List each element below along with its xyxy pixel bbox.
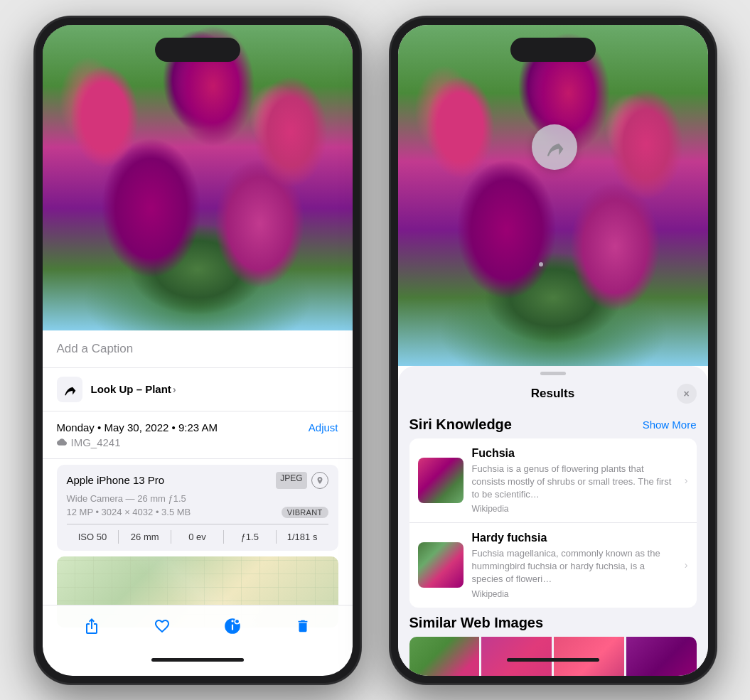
exif-ev: 0 ev <box>171 530 224 544</box>
share-icon <box>83 618 100 635</box>
hardy-fuchsia-description: Fuchsia magellanica, commonly known as t… <box>472 547 676 586</box>
right-flower-image <box>398 25 708 366</box>
adjust-button[interactable]: Adjust <box>309 421 338 434</box>
hardy-fuchsia-info: Hardy fuchsia Fuchsia magellanica, commo… <box>472 532 676 599</box>
trash-icon <box>295 618 311 635</box>
flower-image <box>43 25 353 330</box>
dynamic-island <box>155 38 240 62</box>
delete-button[interactable] <box>287 610 318 642</box>
web-image-3[interactable] <box>554 637 624 676</box>
web-image-2[interactable] <box>481 637 552 676</box>
web-image-4[interactable] <box>626 637 697 676</box>
similar-web-header: Similar Web Images <box>409 615 697 631</box>
web-images-grid <box>409 637 697 676</box>
home-indicator <box>151 658 244 662</box>
similar-web-title: Similar Web Images <box>409 615 544 631</box>
results-header: Results × <box>398 375 708 409</box>
knowledge-card: Fuchsia Fuchsia is a genus of flowering … <box>409 438 697 608</box>
date-text: Monday • May 30, 2022 • 9:23 AM <box>57 421 218 434</box>
hardy-fuchsia-thumbnail <box>418 542 464 588</box>
fuchsia-chevron: › <box>685 475 688 486</box>
siri-knowledge-header: Siri Knowledge Show More <box>409 416 697 433</box>
metadata-section: Monday • May 30, 2022 • 9:23 AM Adjust I… <box>43 411 353 459</box>
fuchsia-title: Fuchsia <box>472 447 676 460</box>
siri-visual-badge <box>532 124 577 170</box>
siri-dot <box>539 262 543 266</box>
right-home-indicator <box>507 658 599 662</box>
exif-row: ISO 50 26 mm 0 ev ƒ1.5 1/181 s <box>67 524 328 544</box>
resolution-text: 12 MP • 3024 × 4032 • 3.5 MB <box>67 507 191 517</box>
look-up-chevron: › <box>173 383 176 395</box>
device-name: Apple iPhone 13 Pro <box>67 474 165 486</box>
siri-knowledge-title: Siri Knowledge <box>409 416 512 433</box>
format-badge: JPEG <box>276 472 306 489</box>
phones-container: Add a Caption Look Up – Plant› Monday • … <box>20 2 731 699</box>
look-up-label[interactable]: Look Up – Plant› <box>91 383 176 395</box>
svg-point-1 <box>235 619 240 624</box>
show-more-button[interactable]: Show More <box>643 419 697 431</box>
similar-web-images-section: Similar Web Images <box>409 615 697 676</box>
fuchsia-source: Wikipedia <box>472 504 676 514</box>
web-image-1[interactable] <box>409 637 480 676</box>
exif-iso: ISO 50 <box>67 530 119 544</box>
leaf-icon <box>63 382 77 397</box>
results-panel: Results × Siri Knowledge Show More <box>398 366 708 676</box>
location-icon <box>316 476 324 485</box>
vibrant-badge: VIBRANT <box>282 507 328 518</box>
look-up-subject: Plant <box>145 383 171 395</box>
exif-shutter: 1/181 s <box>277 530 328 544</box>
device-section: Apple iPhone 13 Pro JPEG Wide Camera — 2… <box>57 465 338 551</box>
right-phone: Results × Siri Knowledge Show More <box>390 16 717 684</box>
look-up-icon <box>57 377 82 402</box>
filename-text: IMG_4241 <box>71 436 121 448</box>
hardy-fuchsia-source: Wikipedia <box>472 589 676 599</box>
caption-area[interactable]: Add a Caption <box>43 330 353 368</box>
cloud-icon <box>57 437 67 447</box>
like-button[interactable] <box>146 610 178 642</box>
fuchsia-info: Fuchsia Fuchsia is a genus of flowering … <box>472 447 676 515</box>
results-content: Siri Knowledge Show More Fuchsia Fuchsia… <box>398 416 708 676</box>
info-sparkle-icon <box>223 617 242 635</box>
caption-placeholder[interactable]: Add a Caption <box>57 342 134 355</box>
left-phone: Add a Caption Look Up – Plant› Monday • … <box>34 16 361 684</box>
heart-icon <box>154 618 171 635</box>
hardy-fuchsia-item[interactable]: Hardy fuchsia Fuchsia magellanica, commo… <box>409 523 697 608</box>
fuchsia-description: Fuchsia is a genus of flowering plants t… <box>472 463 676 502</box>
share-button[interactable] <box>76 610 107 642</box>
photo-display <box>43 25 353 330</box>
right-dynamic-island <box>510 38 596 62</box>
siri-leaf-icon <box>544 136 565 158</box>
results-title: Results <box>429 387 677 401</box>
left-phone-screen: Add a Caption Look Up – Plant› Monday • … <box>43 25 353 676</box>
close-button[interactable]: × <box>677 384 697 404</box>
info-button[interactable] <box>217 610 248 642</box>
exif-aperture: ƒ1.5 <box>224 530 277 544</box>
fuchsia-item[interactable]: Fuchsia Fuchsia is a genus of flowering … <box>409 438 697 524</box>
location-badge[interactable] <box>311 472 328 489</box>
look-up-section[interactable]: Look Up – Plant› <box>43 368 353 411</box>
camera-row: Wide Camera — 26 mm ƒ1.5 <box>67 493 328 504</box>
toolbar <box>43 605 353 647</box>
right-phone-screen: Results × Siri Knowledge Show More <box>398 25 708 676</box>
exif-focal: 26 mm <box>119 530 171 544</box>
right-photo-display <box>398 25 708 366</box>
hardy-fuchsia-chevron: › <box>685 559 688 571</box>
hardy-fuchsia-title: Hardy fuchsia <box>472 532 676 544</box>
fuchsia-thumbnail <box>418 458 464 503</box>
look-up-prefix: Look Up – <box>91 383 146 395</box>
